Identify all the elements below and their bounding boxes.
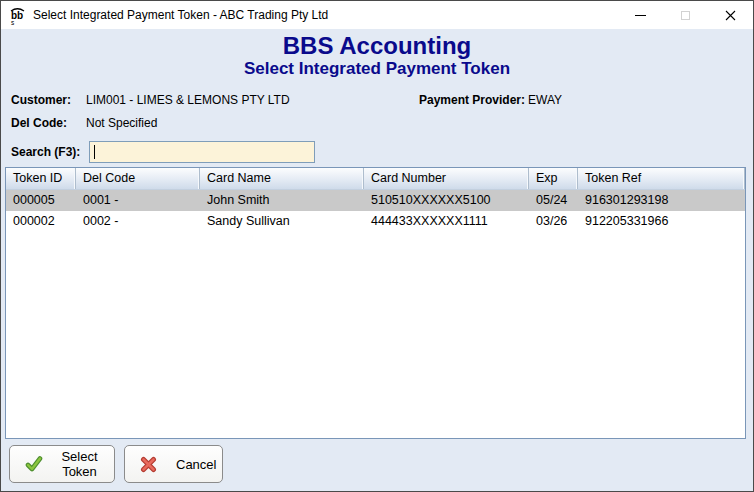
maximize-button[interactable] <box>663 1 708 29</box>
bbs-logo-icon: bb s <box>8 6 27 25</box>
customer-label: Customer: <box>11 93 71 107</box>
cell-card-name: Sandy Sullivan <box>200 211 364 232</box>
window-title: Select Integrated Payment Token - ABC Tr… <box>33 8 328 22</box>
cancel-button[interactable]: Cancel <box>124 445 223 483</box>
search-field-frame <box>89 141 315 163</box>
customer-value: LIM001 - LIMES & LEMONS PTY LTD <box>86 93 290 107</box>
close-button[interactable] <box>708 1 753 29</box>
del-code-label: Del Code: <box>11 116 67 130</box>
search-label: Search (F3): <box>11 145 80 159</box>
cell-exp: 05/24 <box>529 190 578 211</box>
red-cross-icon <box>140 456 157 473</box>
maximize-icon <box>681 11 690 20</box>
cell-card-number: 510510XXXXXX5100 <box>364 190 529 211</box>
column-header-token-ref[interactable]: Token Ref <box>578 168 745 189</box>
window-controls <box>618 1 753 29</box>
text-caret <box>94 145 95 159</box>
search-input[interactable] <box>90 142 314 162</box>
cell-token-ref: 916301293198 <box>578 190 745 211</box>
cell-card-number: 444433XXXXXX1111 <box>364 211 529 232</box>
titlebar[interactable]: bb s Select Integrated Payment Token - A… <box>1 1 753 29</box>
payment-provider-label: Payment Provider: <box>419 93 525 107</box>
app-title: BBS Accounting <box>1 32 753 60</box>
cell-exp: 03/26 <box>529 211 578 232</box>
select-token-button[interactable]: Select Token <box>9 445 115 483</box>
green-check-icon <box>25 455 43 473</box>
dialog-subtitle: Select Integrated Payment Token <box>1 59 753 79</box>
table-row[interactable]: 000002 0002 - Sandy Sullivan 444433XXXXX… <box>6 211 745 232</box>
cell-card-name: John Smith <box>200 190 364 211</box>
dialog-window: bb s Select Integrated Payment Token - A… <box>0 0 754 492</box>
column-header-token-id[interactable]: Token ID <box>6 168 76 189</box>
column-header-card-number[interactable]: Card Number <box>364 168 529 189</box>
cell-token-id: 000005 <box>6 190 76 211</box>
close-icon <box>725 10 736 21</box>
table-header-row: Token ID Del Code Card Name Card Number … <box>6 168 745 190</box>
token-table: Token ID Del Code Card Name Card Number … <box>5 167 746 439</box>
cell-del-code: 0001 - <box>76 190 200 211</box>
cancel-label: Cancel <box>176 457 216 472</box>
payment-provider-value: EWAY <box>528 93 562 107</box>
minimize-button[interactable] <box>618 1 663 29</box>
del-code-value: Not Specified <box>86 116 157 130</box>
minimize-icon <box>635 15 646 16</box>
select-token-label: Select Token <box>51 449 108 479</box>
cell-del-code: 0002 - <box>76 211 200 232</box>
column-header-del-code[interactable]: Del Code <box>76 168 200 189</box>
cell-token-id: 000002 <box>6 211 76 232</box>
column-header-exp[interactable]: Exp <box>529 168 578 189</box>
cell-token-ref: 912205331966 <box>578 211 745 232</box>
column-header-card-name[interactable]: Card Name <box>200 168 364 189</box>
table-row[interactable]: 000005 0001 - John Smith 510510XXXXXX510… <box>6 190 745 211</box>
